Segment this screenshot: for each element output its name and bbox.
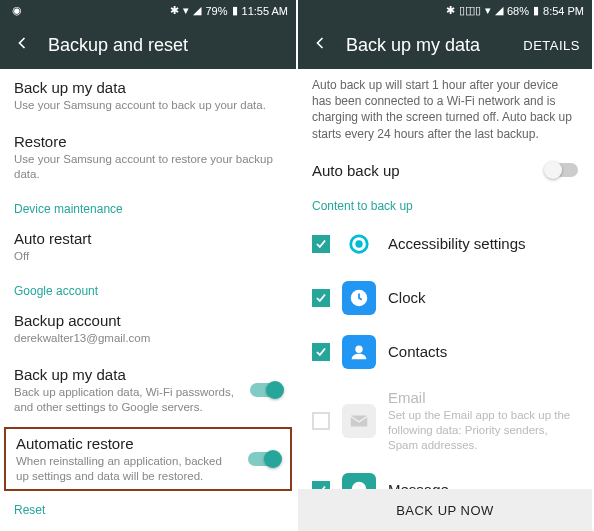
section-google-account: Google account — [0, 274, 296, 302]
section-reset: Reset — [0, 493, 296, 521]
row-auto-backup[interactable]: Auto back up — [298, 152, 592, 189]
email-icon — [342, 404, 376, 438]
battery-icon: ▮ — [232, 4, 238, 17]
checkbox-contacts[interactable] — [312, 343, 330, 361]
checkbox-accessibility[interactable] — [312, 235, 330, 253]
toggle-automatic-restore[interactable] — [248, 452, 280, 466]
section-device-maintenance: Device maintenance — [0, 192, 296, 220]
status-bar: ✱ ▯◫▯ ▾ ◢ 68% ▮ 8:54 PM — [298, 0, 592, 21]
clock-text: 11:55 AM — [242, 5, 288, 17]
row-backup-my-data[interactable]: Back up my data Use your Samsung account… — [0, 69, 296, 123]
backup-now-label: BACK UP NOW — [396, 503, 494, 518]
app-bar: Backup and reset — [0, 21, 296, 69]
label: Back up my data — [14, 366, 238, 383]
svg-point-3 — [355, 345, 362, 352]
details-button[interactable]: DETAILS — [523, 38, 580, 53]
row-clock[interactable]: Clock — [298, 271, 592, 325]
signal-icon: ◢ — [495, 4, 503, 17]
app-bar: Back up my data DETAILS — [298, 21, 592, 69]
signal-icon: ◢ — [193, 4, 201, 17]
svg-rect-4 — [351, 415, 368, 426]
battery-pct: 68% — [507, 5, 529, 17]
row-backup-data-google[interactable]: Back up my data Back up application data… — [0, 356, 296, 425]
page-title: Back up my data — [346, 35, 523, 56]
sublabel: Set up the Email app to back up the foll… — [388, 408, 578, 453]
sublabel: When reinstalling an application, backed… — [16, 454, 236, 484]
label: Contacts — [388, 343, 578, 360]
row-contacts[interactable]: Contacts — [298, 325, 592, 379]
label: Auto restart — [14, 230, 282, 247]
label: Accessibility settings — [388, 235, 578, 252]
auto-backup-description: Auto back up will start 1 hour after you… — [298, 69, 592, 152]
backup-list[interactable]: Auto back up will start 1 hour after you… — [298, 69, 592, 531]
row-auto-restart[interactable]: Auto restart Off — [0, 220, 296, 274]
label: Restore — [14, 133, 282, 150]
row-backup-account[interactable]: Backup account derekwalter13@gmail.com — [0, 302, 296, 356]
panel-backup-my-data: ✱ ▯◫▯ ▾ ◢ 68% ▮ 8:54 PM Back up my data … — [296, 0, 592, 531]
backup-now-button[interactable]: BACK UP NOW — [298, 489, 592, 531]
label: Automatic restore — [16, 435, 236, 452]
wifi-icon: ▾ — [485, 4, 491, 17]
label: Clock — [388, 289, 578, 306]
sublabel: Use your Samsung account to restore your… — [14, 152, 282, 182]
checkbox-email — [312, 412, 330, 430]
vibrate-icon: ▯◫▯ — [459, 4, 481, 17]
label: Backup account — [14, 312, 282, 329]
section-content-to-backup: Content to back up — [298, 189, 592, 217]
bluetooth-icon: ✱ — [446, 4, 455, 17]
sublabel: Off — [14, 249, 282, 264]
sublabel: derekwalter13@gmail.com — [14, 331, 282, 346]
panel-backup-reset: ◉ ✱ ▾ ◢ 79% ▮ 11:55 AM Backup and reset … — [0, 0, 296, 531]
location-icon: ◉ — [12, 4, 22, 17]
row-automatic-restore[interactable]: Automatic restore When reinstalling an a… — [4, 427, 292, 492]
battery-icon: ▮ — [533, 4, 539, 17]
bluetooth-icon: ✱ — [170, 4, 179, 17]
settings-list[interactable]: Back up my data Use your Samsung account… — [0, 69, 296, 531]
battery-pct: 79% — [205, 5, 227, 17]
wifi-icon: ▾ — [183, 4, 189, 17]
checkbox-clock[interactable] — [312, 289, 330, 307]
back-icon[interactable] — [12, 33, 32, 58]
sublabel: Back up application data, Wi-Fi password… — [14, 385, 238, 415]
label: Auto back up — [312, 162, 534, 179]
label: Email — [388, 389, 578, 406]
row-accessibility[interactable]: Accessibility settings — [298, 217, 592, 271]
page-title: Backup and reset — [48, 35, 284, 56]
contacts-icon — [342, 335, 376, 369]
svg-point-1 — [355, 240, 362, 247]
clock-text: 8:54 PM — [543, 5, 584, 17]
label: Back up my data — [14, 79, 282, 96]
toggle-auto-backup[interactable] — [546, 163, 578, 177]
toggle-backup-google[interactable] — [250, 383, 282, 397]
row-email: Email Set up the Email app to back up th… — [298, 379, 592, 463]
clock-icon — [342, 281, 376, 315]
status-bar: ◉ ✱ ▾ ◢ 79% ▮ 11:55 AM — [0, 0, 296, 21]
accessibility-icon — [342, 227, 376, 261]
back-icon[interactable] — [310, 33, 330, 58]
row-restore[interactable]: Restore Use your Samsung account to rest… — [0, 123, 296, 192]
sublabel: Use your Samsung account to back up your… — [14, 98, 282, 113]
row-factory-data-reset[interactable]: Factory data reset — [0, 521, 296, 531]
